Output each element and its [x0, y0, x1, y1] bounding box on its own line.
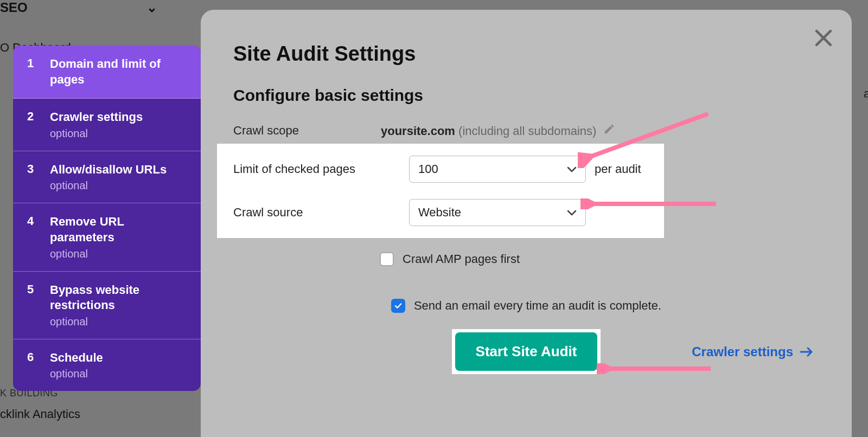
- wizard-step-optional: optional: [50, 316, 187, 328]
- wizard-step-crawler-settings[interactable]: 2 Crawler settings optional: [13, 99, 201, 151]
- wizard-step-bypass-restrictions[interactable]: 5 Bypass website restrictions optional: [13, 272, 201, 339]
- wizard-step-remove-url-parameters[interactable]: 4 Remove URL parameters optional: [13, 203, 201, 271]
- site-audit-settings-modal: Site Audit Settings Configure basic sett…: [201, 10, 852, 437]
- close-button[interactable]: [812, 26, 835, 50]
- wizard-step-label: Allow/disallow URLs: [50, 162, 167, 178]
- start-site-audit-button[interactable]: Start Site Audit: [455, 332, 598, 371]
- crawl-scope-note: (including all subdomains): [458, 124, 596, 138]
- wizard-step-optional: optional: [50, 179, 167, 192]
- limit-pages-suffix: per audit: [595, 162, 641, 176]
- wizard-step-domain-limit[interactable]: 1 Domain and limit of pages: [13, 46, 201, 99]
- amp-checkbox-label: Crawl AMP pages first: [403, 252, 520, 266]
- wizard-step-number: 1: [27, 56, 36, 87]
- crawler-settings-link[interactable]: Crawler settings: [692, 344, 814, 359]
- check-icon: [393, 301, 403, 311]
- highlight-panel: Limit of checked pages 100 per audit Cra…: [217, 144, 664, 238]
- wizard-step-label: Remove URL parameters: [50, 214, 187, 245]
- wizard-step-number: 3: [27, 162, 36, 192]
- crawl-source-value: Website: [418, 205, 461, 220]
- crawl-source-select[interactable]: Website: [409, 199, 586, 226]
- crawl-source-label: Crawl source: [233, 205, 409, 220]
- wizard-step-label: Bypass website restrictions: [50, 282, 187, 313]
- wizard-step-optional: optional: [50, 248, 187, 260]
- wizard-step-number: 4: [27, 214, 36, 260]
- crawl-scope-domain: yoursite.com: [381, 124, 455, 138]
- email-checkbox-label: Send an email every time an audit is com…: [414, 299, 661, 313]
- wizard-step-number: 6: [27, 350, 36, 381]
- email-checkbox-row: Send an email every time an audit is com…: [233, 299, 819, 313]
- amp-checkbox-row: Crawl AMP pages first: [380, 252, 819, 266]
- crawl-source-row: Crawl source Website: [233, 198, 664, 227]
- edit-scope-button[interactable]: [603, 123, 615, 135]
- wizard-step-label: Crawler settings: [50, 110, 143, 125]
- wizard-step-optional: optional: [50, 368, 103, 380]
- email-checkbox[interactable]: [391, 299, 405, 313]
- wizard-step-label: Schedule: [50, 350, 103, 366]
- chevron-down-icon: [567, 205, 577, 220]
- wizard-step-optional: optional: [50, 127, 143, 140]
- arrow-right-icon: [800, 347, 814, 357]
- wizard-steps-sidebar: 1 Domain and limit of pages 2 Crawler se…: [13, 46, 201, 391]
- wizard-step-label: Domain and limit of pages: [50, 56, 187, 87]
- close-icon: [812, 26, 835, 50]
- limit-pages-select[interactable]: 100: [409, 156, 586, 183]
- crawl-scope-label: Crawl scope: [233, 124, 381, 138]
- crawler-settings-link-label: Crawler settings: [692, 344, 793, 359]
- modal-title: Site Audit Settings: [233, 42, 819, 66]
- limit-pages-label: Limit of checked pages: [233, 162, 409, 176]
- modal-subtitle: Configure basic settings: [233, 86, 819, 105]
- wizard-step-number: 5: [27, 282, 36, 328]
- amp-checkbox[interactable]: [380, 252, 394, 266]
- limit-pages-value: 100: [418, 162, 438, 176]
- pencil-icon: [603, 123, 615, 135]
- chevron-down-icon: [567, 162, 577, 176]
- modal-footer: Start Site Audit Crawler settings: [233, 329, 819, 374]
- crawl-scope-row: Crawl scope yoursite.com (including all …: [233, 123, 819, 138]
- wizard-step-allow-disallow-urls[interactable]: 3 Allow/disallow URLs optional: [13, 151, 201, 204]
- wizard-step-number: 2: [27, 110, 36, 140]
- limit-pages-row: Limit of checked pages 100 per audit: [233, 155, 664, 184]
- wizard-step-schedule[interactable]: 6 Schedule optional: [13, 339, 201, 391]
